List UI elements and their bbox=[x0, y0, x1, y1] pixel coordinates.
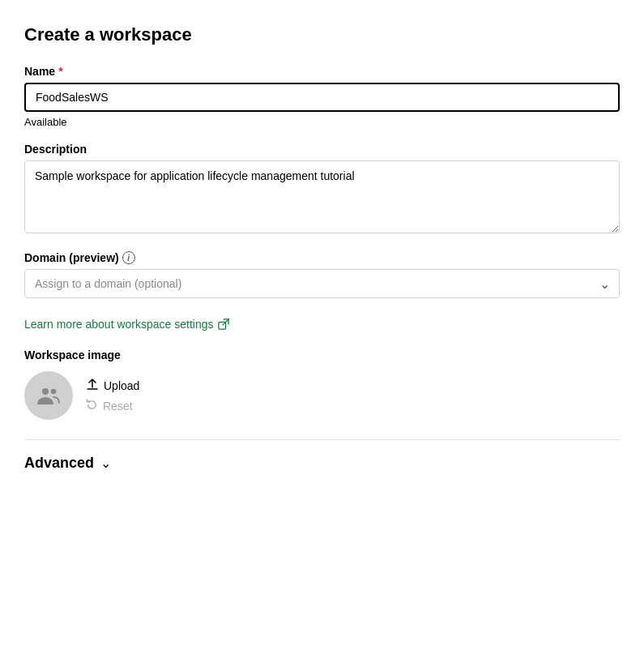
domain-info-icon[interactable]: i bbox=[122, 251, 135, 264]
description-label-text: Description bbox=[24, 143, 87, 156]
workspace-image-section: Workspace image Upload bbox=[24, 349, 620, 420]
reset-label: Reset bbox=[103, 400, 133, 413]
domain-field-group: Domain (preview) i Assign to a domain (o… bbox=[24, 251, 620, 298]
people-icon bbox=[36, 383, 62, 408]
name-input[interactable] bbox=[24, 83, 620, 112]
required-indicator: * bbox=[58, 65, 62, 78]
workspace-image-label: Workspace image bbox=[24, 349, 620, 361]
domain-dropdown[interactable]: Assign to a domain (optional) bbox=[24, 269, 620, 298]
description-label: Description bbox=[24, 143, 620, 156]
name-field-group: Name * Available bbox=[24, 65, 620, 128]
upload-button[interactable]: Upload bbox=[86, 378, 139, 394]
page-title: Create a workspace bbox=[24, 24, 620, 45]
workspace-image-placeholder bbox=[24, 371, 73, 420]
advanced-label: Advanced bbox=[24, 455, 94, 472]
domain-label: Domain (preview) i bbox=[24, 251, 620, 264]
image-actions: Upload Reset bbox=[86, 378, 139, 413]
advanced-section[interactable]: Advanced ⌄ bbox=[24, 455, 620, 472]
image-row: Upload Reset bbox=[24, 371, 620, 420]
learn-more-link[interactable]: Learn more about workspace settings bbox=[24, 318, 229, 331]
advanced-chevron-icon: ⌄ bbox=[100, 455, 111, 471]
upload-label: Upload bbox=[104, 379, 139, 392]
description-field-group: Description Sample workspace for applica… bbox=[24, 143, 620, 237]
name-label-text: Name bbox=[24, 65, 55, 78]
availability-status: Available bbox=[24, 116, 620, 128]
description-input[interactable]: Sample workspace for application lifecyc… bbox=[24, 160, 620, 233]
name-label: Name * bbox=[24, 65, 620, 78]
learn-more-text: Learn more about workspace settings bbox=[24, 318, 213, 331]
external-link-icon bbox=[218, 319, 229, 330]
svg-point-2 bbox=[42, 388, 49, 395]
section-divider bbox=[24, 439, 620, 440]
domain-label-text: Domain (preview) bbox=[24, 251, 119, 264]
upload-icon bbox=[86, 378, 99, 394]
svg-point-3 bbox=[51, 389, 56, 394]
reset-button[interactable]: Reset bbox=[86, 399, 139, 413]
reset-icon bbox=[86, 399, 98, 413]
domain-dropdown-wrapper: Assign to a domain (optional) ⌄ bbox=[24, 269, 620, 298]
